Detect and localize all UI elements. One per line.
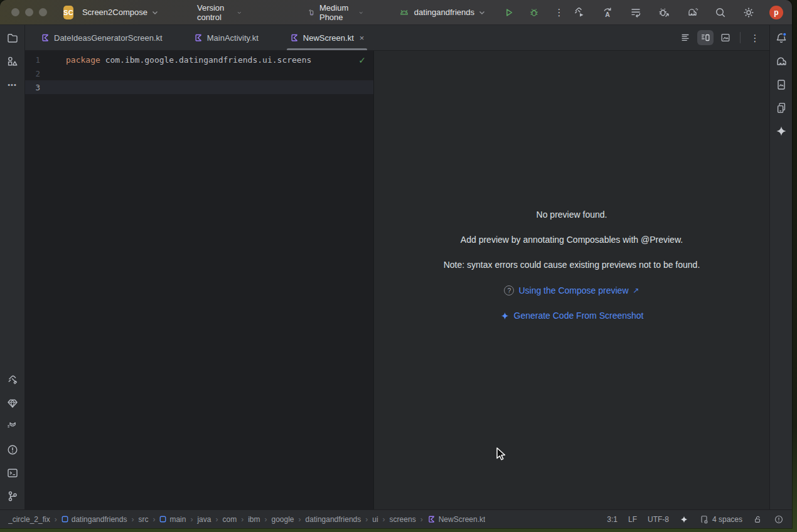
breadcrumb-item[interactable]: src (138, 515, 148, 524)
tab-newscreen[interactable]: NewScreen.kt × (283, 25, 372, 50)
code-line[interactable]: 2 (25, 66, 373, 80)
line-separator-widget[interactable]: LF (628, 515, 637, 524)
help-link-label: Using the Compose preview (518, 285, 628, 295)
breadcrumb-label: NewScreen.kt (439, 515, 486, 524)
breadcrumb-item[interactable]: datingandfriends (306, 515, 361, 524)
version-control-menu[interactable]: Version control (193, 1, 245, 24)
write-access-widget[interactable] (753, 514, 763, 524)
apply-changes-button[interactable]: A (600, 5, 615, 20)
breadcrumb-item[interactable]: google (271, 515, 294, 524)
device-phone-icon (308, 7, 315, 18)
breadcrumb-item[interactable]: com (222, 515, 237, 524)
breadcrumb-label: src (138, 515, 148, 524)
terminal-tool-button[interactable] (6, 466, 19, 480)
breadcrumb-label: com (222, 515, 237, 524)
breadcrumb-label: ui (372, 515, 378, 524)
gradle-sync-button[interactable] (685, 5, 700, 20)
debug-icon (528, 7, 540, 18)
attach-debugger-button[interactable] (656, 5, 671, 20)
breadcrumb-item[interactable]: ibm (248, 515, 260, 524)
divider (740, 32, 741, 43)
inspections-widget[interactable] (774, 514, 784, 524)
encoding-widget[interactable]: UTF-8 (648, 515, 669, 524)
kotlin-file-icon (290, 33, 299, 42)
more-vertical-icon: ⋮ (751, 33, 760, 43)
compose-preview-help-link[interactable]: ? Using the Compose preview ↗ (504, 285, 639, 295)
close-tab-icon[interactable]: × (360, 33, 365, 43)
build-button[interactable] (572, 5, 587, 20)
editor-options-button[interactable]: ⋮ (747, 30, 763, 45)
gradle-elephant-icon (774, 55, 788, 68)
unlock-icon (753, 514, 763, 524)
generate-code-from-screenshot-link[interactable]: Generate Code From Screenshot (500, 311, 644, 321)
breadcrumb-item[interactable]: main (159, 515, 186, 524)
breadcrumb-label: datingandfriends (306, 515, 361, 524)
gemini-status-widget[interactable] (680, 515, 688, 524)
tab-mainactivity[interactable]: MainActivity.kt (187, 25, 265, 50)
profile-avatar[interactable]: p (769, 6, 783, 19)
gemini-tool-button[interactable] (774, 124, 788, 138)
inspections-ok-icon[interactable]: ✓ (358, 55, 366, 65)
build-tool-button[interactable] (6, 373, 19, 387)
minimize-window-button[interactable] (25, 8, 33, 16)
design-view-button[interactable] (717, 30, 734, 45)
close-window-button[interactable] (11, 8, 19, 16)
breadcrumb-separator-icon: › (131, 515, 134, 524)
chevron-down-icon (479, 11, 485, 15)
split-view-button[interactable] (697, 30, 714, 45)
code-view-button[interactable] (677, 30, 693, 45)
caret-position-widget[interactable]: 3:1 (607, 515, 618, 524)
more-tool-windows-button[interactable]: ••• (6, 78, 19, 92)
title-bar: SC Screen2Compose Version control Medium… (0, 0, 792, 25)
device-stream-icon (629, 6, 642, 19)
more-actions-button[interactable]: ⋮ (552, 5, 567, 20)
project-tool-button[interactable] (6, 31, 19, 45)
breadcrumb-separator-icon: › (383, 515, 385, 524)
line-number[interactable]: 1 (25, 55, 46, 65)
breadcrumb-item[interactable]: ui (372, 515, 378, 524)
problems-tool-button[interactable] (6, 443, 19, 457)
code-line-current[interactable]: 3 (25, 80, 373, 94)
notifications-tool-button[interactable] (774, 31, 788, 45)
debug-button[interactable] (527, 5, 542, 20)
breadcrumb-item[interactable]: _circle_2_fix (8, 515, 50, 524)
run-configuration-selector[interactable]: datingandfriends (395, 4, 489, 21)
breadcrumb-label: _circle_2_fix (8, 515, 50, 524)
code-line[interactable]: 1 package com.ibm.google.datingandfriend… (25, 53, 373, 66)
app-quality-insights-tool-button[interactable] (6, 396, 19, 410)
chevron-down-icon (237, 11, 242, 15)
gear-icon (742, 6, 755, 19)
breadcrumb-item[interactable]: screens (390, 515, 416, 524)
status-bar: _circle_2_fix › datingandfriends › src ›… (0, 509, 792, 528)
android-icon (398, 7, 410, 18)
settings-button[interactable] (741, 5, 756, 20)
line-number[interactable]: 3 (25, 83, 46, 92)
line-number[interactable]: 2 (25, 69, 46, 78)
breadcrumb-item-file[interactable]: NewScreen.kt (427, 515, 486, 524)
breadcrumb-separator-icon: › (55, 515, 57, 524)
search-everywhere-button[interactable] (713, 5, 728, 20)
gradle-tool-button[interactable] (774, 55, 788, 68)
code-editor[interactable]: 1 package com.ibm.google.datingandfriend… (25, 51, 373, 509)
resource-manager-tool-button[interactable] (6, 55, 19, 68)
run-icon (503, 7, 515, 18)
project-selector[interactable]: Screen2Compose (78, 5, 162, 19)
bell-icon (774, 31, 788, 45)
project-name: Screen2Compose (82, 8, 147, 17)
run-button[interactable] (501, 5, 516, 20)
tab-label: DateIdeasGeneratorScreen.kt (54, 33, 163, 43)
device-stream-button[interactable] (628, 5, 643, 20)
breadcrumb-item[interactable]: datingandfriends (62, 515, 127, 524)
indent-widget[interactable]: 4 spaces (699, 514, 742, 524)
tab-dateideasgeneratorscreen[interactable]: DateIdeasGeneratorScreen.kt (34, 25, 169, 50)
device-manager-tool-button[interactable] (774, 101, 788, 115)
device-selector[interactable]: Medium Phone (304, 1, 367, 24)
maximize-window-button[interactable] (39, 8, 47, 16)
version-control-tool-button[interactable] (6, 489, 19, 503)
breadcrumb-separator-icon: › (365, 515, 368, 524)
attach-debugger-icon (658, 6, 670, 19)
running-devices-tool-button[interactable] (774, 78, 788, 92)
right-tool-stripe (769, 25, 792, 509)
logcat-tool-button[interactable] (6, 420, 19, 434)
breadcrumb-item[interactable]: java (197, 515, 211, 524)
